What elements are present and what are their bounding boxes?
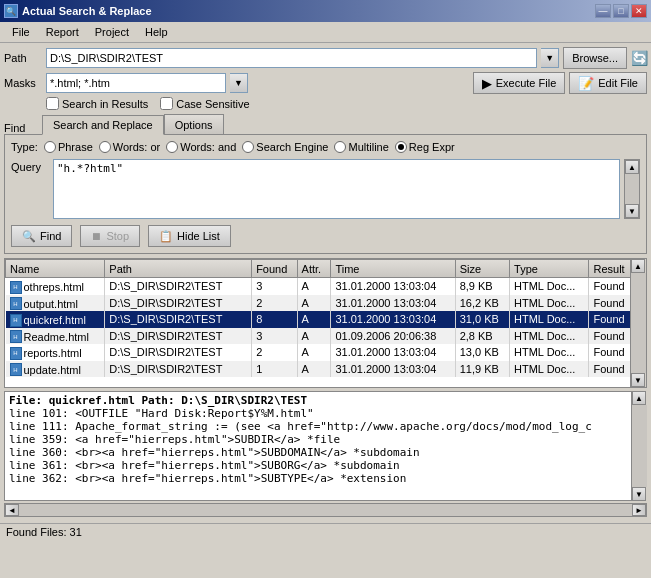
stop-icon: ⏹ bbox=[91, 230, 102, 242]
results-table: Name Path Found Attr. Time Size Type Res… bbox=[5, 259, 646, 377]
table-scrollbar[interactable]: ▲ ▼ bbox=[630, 259, 646, 387]
preview-container: File: quickref.html Path: D:\S_DIR\SDIR2… bbox=[4, 391, 647, 501]
menu-project[interactable]: Project bbox=[87, 24, 137, 40]
hide-list-icon: 📋 bbox=[159, 230, 173, 243]
menu-bar: File Report Project Help bbox=[0, 22, 651, 43]
edit-icon: 📝 bbox=[578, 76, 594, 91]
table-row[interactable]: H reports.htmlD:\S_DIR\SDIR2\TEST2A31.01… bbox=[6, 344, 646, 361]
masks-label: Masks bbox=[4, 77, 42, 89]
tab-search-replace[interactable]: Search and Replace bbox=[42, 115, 164, 135]
preview-line: line 101: <OUTFILE "Hard Disk:Report$Y%M… bbox=[9, 407, 628, 420]
table-row[interactable]: H othreps.htmlD:\S_DIR\SDIR2\TEST3A31.01… bbox=[6, 278, 646, 295]
table-row[interactable]: H Readme.htmlD:\S_DIR\SDIR2\TEST3A01.09.… bbox=[6, 328, 646, 345]
radio-phrase[interactable]: Phrase bbox=[44, 141, 93, 153]
radio-multiline[interactable]: Multiline bbox=[334, 141, 388, 153]
scroll-up-btn[interactable]: ▲ bbox=[625, 160, 639, 174]
execute-file-button[interactable]: ▶ Execute File bbox=[473, 72, 566, 94]
preview-line: line 360: <br><a href="hierreps.html">SU… bbox=[9, 446, 628, 459]
path-row: Path ▼ Browse... 🔄 bbox=[4, 47, 647, 69]
browse-button[interactable]: Browse... bbox=[563, 47, 627, 69]
edit-file-button[interactable]: 📝 Edit File bbox=[569, 72, 647, 94]
app-icon: 🔍 bbox=[4, 4, 18, 18]
tab-options[interactable]: Options bbox=[164, 114, 224, 134]
query-label: Query bbox=[11, 159, 49, 173]
menu-help[interactable]: Help bbox=[137, 24, 176, 40]
preview-panel: File: quickref.html Path: D:\S_DIR\SDIR2… bbox=[4, 391, 647, 501]
maximize-button[interactable]: □ bbox=[613, 4, 629, 18]
execute-file-label: Execute File bbox=[496, 77, 557, 89]
table-row[interactable]: H update.htmlD:\S_DIR\SDIR2\TEST1A31.01.… bbox=[6, 361, 646, 378]
col-found[interactable]: Found bbox=[252, 260, 297, 278]
table-scroll-down[interactable]: ▼ bbox=[631, 373, 645, 387]
search-in-results-checkbox[interactable]: Search in Results bbox=[46, 97, 148, 110]
find-icon: 🔍 bbox=[22, 230, 36, 243]
preview-line: line 361: <br><a href="hierreps.html">SU… bbox=[9, 459, 628, 472]
h-scroll-right[interactable]: ► bbox=[632, 504, 646, 516]
scroll-down-btn[interactable]: ▼ bbox=[625, 204, 639, 218]
query-input[interactable]: "h.*?html" bbox=[53, 159, 620, 219]
edit-file-label: Edit File bbox=[598, 77, 638, 89]
case-sensitive-input[interactable] bbox=[160, 97, 173, 110]
col-name[interactable]: Name bbox=[6, 260, 105, 278]
stop-btn-label: Stop bbox=[106, 230, 129, 242]
radio-words-and-btn[interactable] bbox=[166, 141, 178, 153]
h-scroll-track bbox=[19, 504, 632, 516]
search-in-results-input[interactable] bbox=[46, 97, 59, 110]
checkbox-row: Search in Results Case Sensitive bbox=[4, 97, 647, 110]
menu-report[interactable]: Report bbox=[38, 24, 87, 40]
hide-list-button[interactable]: 📋 Hide List bbox=[148, 225, 231, 247]
col-attr[interactable]: Attr. bbox=[297, 260, 331, 278]
title-bar: 🔍 Actual Search & Replace — □ ✕ bbox=[0, 0, 651, 22]
table-row[interactable]: H output.htmlD:\S_DIR\SDIR2\TEST2A31.01.… bbox=[6, 295, 646, 312]
masks-dropdown-btn[interactable]: ▼ bbox=[230, 73, 248, 93]
status-bar: Found Files: 31 bbox=[0, 523, 651, 540]
radio-reg-expr[interactable]: Reg Expr bbox=[395, 141, 455, 153]
path-dropdown-btn[interactable]: ▼ bbox=[541, 48, 559, 68]
path-label: Path bbox=[4, 52, 42, 64]
case-sensitive-checkbox[interactable]: Case Sensitive bbox=[160, 97, 249, 110]
radio-search-engine[interactable]: Search Engine bbox=[242, 141, 328, 153]
query-scrollbar[interactable]: ▲ ▼ bbox=[624, 159, 640, 219]
table-header-row: Name Path Found Attr. Time Size Type Res… bbox=[6, 260, 646, 278]
menu-file[interactable]: File bbox=[4, 24, 38, 40]
col-type[interactable]: Type bbox=[510, 260, 589, 278]
preview-line: line 111: Apache_format_string := (see <… bbox=[9, 420, 628, 433]
hide-list-btn-label: Hide List bbox=[177, 230, 220, 242]
table-scroll-track bbox=[631, 273, 646, 373]
table-row[interactable]: H quickref.htmlD:\S_DIR\SDIR2\TEST8A31.0… bbox=[6, 311, 646, 328]
radio-search-engine-btn[interactable] bbox=[242, 141, 254, 153]
masks-input[interactable] bbox=[46, 73, 226, 93]
col-path[interactable]: Path bbox=[105, 260, 252, 278]
path-input[interactable] bbox=[46, 48, 537, 68]
query-row: Query "h.*?html" ▲ ▼ bbox=[11, 159, 640, 219]
results-table-container: Name Path Found Attr. Time Size Type Res… bbox=[4, 258, 647, 388]
radio-words-or[interactable]: Words: or bbox=[99, 141, 160, 153]
col-size[interactable]: Size bbox=[455, 260, 509, 278]
radio-words-or-btn[interactable] bbox=[99, 141, 111, 153]
table-body: H othreps.htmlD:\S_DIR\SDIR2\TEST3A31.01… bbox=[6, 278, 646, 378]
stop-button[interactable]: ⏹ Stop bbox=[80, 225, 140, 247]
close-button[interactable]: ✕ bbox=[631, 4, 647, 18]
radio-phrase-btn[interactable] bbox=[44, 141, 56, 153]
preview-scroll-up[interactable]: ▲ bbox=[632, 391, 646, 405]
scroll-track bbox=[625, 174, 639, 204]
col-time[interactable]: Time bbox=[331, 260, 455, 278]
type-label: Type: bbox=[11, 141, 38, 153]
radio-multiline-btn[interactable] bbox=[334, 141, 346, 153]
find-button[interactable]: 🔍 Find bbox=[11, 225, 72, 247]
preview-line: line 362: <br><a href="hierreps.html">SU… bbox=[9, 472, 628, 485]
radio-reg-expr-btn[interactable] bbox=[395, 141, 407, 153]
radio-words-and[interactable]: Words: and bbox=[166, 141, 236, 153]
horizontal-scrollbar[interactable]: ◄ ► bbox=[4, 503, 647, 517]
find-label: Find bbox=[4, 122, 42, 134]
masks-row: Masks ▼ bbox=[4, 73, 473, 93]
execute-icon: ▶ bbox=[482, 76, 492, 91]
app-title: Actual Search & Replace bbox=[22, 5, 152, 17]
preview-scrollbar[interactable]: ▲ ▼ bbox=[631, 391, 647, 501]
h-scroll-left[interactable]: ◄ bbox=[5, 504, 19, 516]
preview-scroll-down[interactable]: ▼ bbox=[632, 487, 646, 501]
path-action-icon[interactable]: 🔄 bbox=[631, 50, 647, 66]
table-scroll-up[interactable]: ▲ bbox=[631, 259, 645, 273]
minimize-button[interactable]: — bbox=[595, 4, 611, 18]
preview-lines: line 101: <OUTFILE "Hard Disk:Report$Y%M… bbox=[9, 407, 628, 485]
